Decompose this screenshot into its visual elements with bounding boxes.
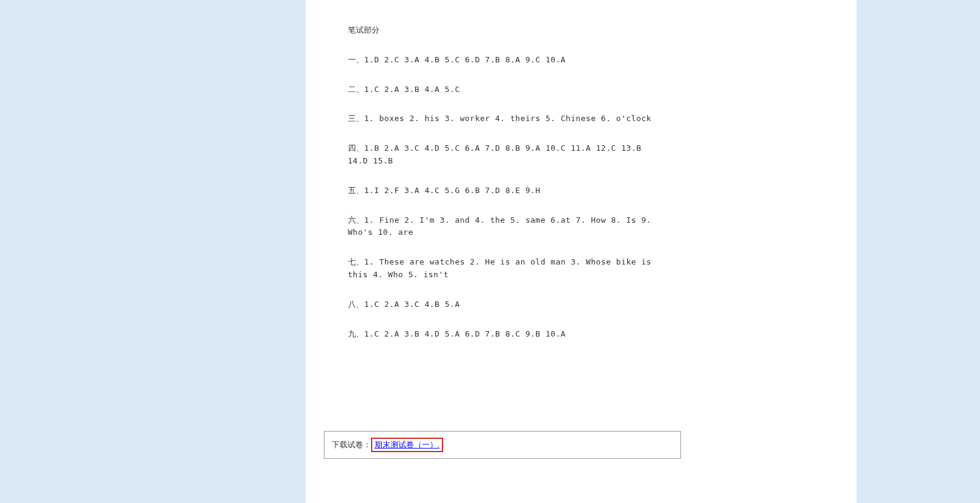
answer-line-5: 五、1.I 2.F 3.A 4.C 5.G 6.B 7.D 8.E 9.H xyxy=(348,185,663,197)
section-title: 笔试部分 xyxy=(348,24,663,37)
download-label: 下载试卷： xyxy=(332,440,371,449)
answer-line-9: 九、1.C 2.A 3.B 4.D 5.A 6.D 7.B 8.C 9.B 10… xyxy=(348,328,663,341)
sidebar-panel xyxy=(693,0,857,503)
download-box: 下载试卷：期末测试卷（一）. xyxy=(324,431,681,459)
answer-line-4: 四、1.B 2.A 3.C 4.D 5.C 6.A 7.D 8.B 9.A 10… xyxy=(348,142,663,168)
answer-line-6: 六、1. Fine 2. I'm 3. and 4. the 5. same 6… xyxy=(348,214,663,240)
answer-line-2: 二、1.C 2.A 3.B 4.A 5.C xyxy=(348,84,663,96)
answer-section: 笔试部分 一、1.D 2.C 3.A 4.B 5.C 6.D 7.B 8.A 9… xyxy=(348,24,663,340)
answer-line-7: 七、1. These are watches 2. He is an old m… xyxy=(348,256,663,281)
answer-line-1: 一、1.D 2.C 3.A 4.B 5.C 6.D 7.B 8.A 9.C 10… xyxy=(348,54,663,67)
answer-line-8: 八、1.C 2.A 3.C 4.B 5.A xyxy=(348,298,663,311)
answer-line-3: 三、1. boxes 2. his 3. worker 4. theirs 5.… xyxy=(348,113,663,125)
page-container: 笔试部分 一、1.D 2.C 3.A 4.B 5.C 6.D 7.B 8.A 9… xyxy=(124,0,857,503)
download-link[interactable]: 期末测试卷（一）. xyxy=(371,438,444,452)
main-content-area: 笔试部分 一、1.D 2.C 3.A 4.B 5.C 6.D 7.B 8.A 9… xyxy=(306,0,693,503)
